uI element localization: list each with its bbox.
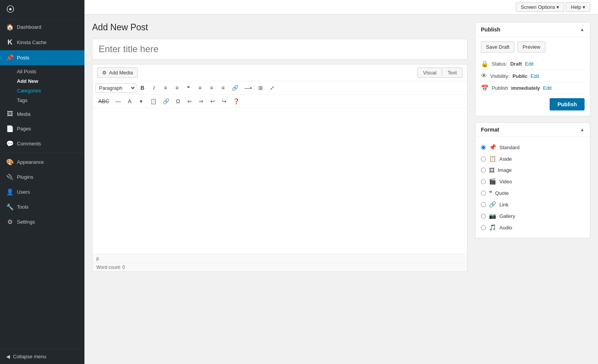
format-radio-aside[interactable] [481, 156, 486, 161]
settings-icon: ⚙ [6, 218, 14, 226]
status-edit-link[interactable]: Edit [525, 61, 534, 67]
publish-button[interactable]: Publish [550, 98, 585, 110]
undo-button[interactable]: ↩ [207, 96, 218, 106]
sidebar-item-posts[interactable]: 📌 Posts [0, 50, 84, 65]
quote-icon: ❝ [489, 189, 492, 196]
sidebar-item-categories[interactable]: Categories [14, 86, 84, 96]
format-radio-link[interactable] [481, 202, 486, 207]
sidebar-divider-1 [0, 153, 84, 153]
post-title-input[interactable] [92, 39, 467, 59]
unordered-list-button[interactable]: ≡ [160, 83, 171, 93]
sidebar-item-tags[interactable]: Tags [14, 96, 84, 105]
format-radio-standard[interactable] [481, 145, 486, 150]
sidebar-item-settings[interactable]: ⚙ Settings [0, 214, 84, 229]
dashboard-icon: 🏠 [6, 23, 14, 31]
format-item-link[interactable]: 🔗 Link [481, 199, 585, 210]
sidebar-item-users[interactable]: 👤 Users [0, 184, 84, 199]
help-label: Help [571, 4, 581, 10]
format-item-gallery[interactable]: 📷 Gallery [481, 210, 585, 222]
format-label-audio: Audio [499, 225, 512, 231]
sidebar-item-all-posts[interactable]: All Posts [14, 67, 84, 76]
special-char-button[interactable]: Ω [173, 96, 183, 106]
align-center-button[interactable]: ≡ [206, 83, 217, 93]
text-color-arrow-button[interactable]: ▾ [136, 96, 147, 106]
right-sidebar: Publish ▲ Save Draft Preview 🔒 Status: D… [475, 22, 590, 356]
sidebar-label-plugins: Plugins [17, 174, 33, 180]
sidebar-label-dashboard: Dashboard [17, 24, 41, 30]
toolbar-row-1: Paragraph Heading 1 Heading 2 Heading 3 … [93, 81, 467, 95]
paragraph-format-select[interactable]: Paragraph Heading 1 Heading 2 Heading 3 … [96, 83, 136, 93]
align-right-button[interactable]: ≡ [218, 83, 228, 93]
format-label-image: Image [498, 167, 512, 173]
more-tag-button[interactable]: —▪ [242, 83, 254, 93]
blockquote-button[interactable]: ❝ [183, 83, 194, 93]
format-radio-image[interactable] [481, 168, 486, 173]
toolbar-row-2: ABC — A ▾ 📋 🔗 Ω ⇐ ⇒ ↩ ↪ ❓ [93, 95, 467, 108]
visibility-icon: 👁 [481, 72, 487, 79]
save-draft-button[interactable]: Save Draft [481, 41, 514, 53]
ordered-list-button[interactable]: ≡ [172, 83, 182, 93]
sidebar-item-add-new[interactable]: Add New [14, 76, 84, 86]
sidebar-item-kinsta-cache[interactable]: K Kinsta Cache [0, 35, 84, 50]
visibility-edit-link[interactable]: Edit [530, 73, 539, 79]
sidebar-item-plugins[interactable]: 🔌 Plugins [0, 170, 84, 184]
italic-button[interactable]: I [149, 83, 159, 93]
format-radio-gallery[interactable] [481, 214, 486, 219]
wp-logo-icon: ⦿ [6, 5, 15, 15]
sidebar-item-media[interactable]: 🖼 Media [0, 107, 84, 121]
format-item-audio[interactable]: 🎵 Audio [481, 222, 585, 233]
image-icon: 🖼 [489, 167, 495, 173]
format-item-quote[interactable]: ❝ Quote [481, 187, 585, 199]
help-toolbar-button[interactable]: ❓ [230, 96, 242, 106]
text-tab[interactable]: Text [442, 68, 463, 78]
publish-meta-box: Publish ▲ Save Draft Preview 🔒 Status: D… [475, 22, 590, 116]
help-button[interactable]: Help ▾ [566, 2, 590, 12]
align-left-button[interactable]: ≡ [195, 83, 205, 93]
video-icon: 🎬 [489, 178, 496, 185]
format-meta-box: Format ▲ 📌 Standard 📋 Aside [475, 122, 590, 238]
collapse-label: Collapse menu [13, 354, 46, 359]
sidebar-item-tools[interactable]: 🔧 Tools [0, 199, 84, 214]
publish-collapse-arrow[interactable]: ▲ [580, 27, 585, 32]
format-item-image[interactable]: 🖼 Image [481, 165, 585, 176]
sidebar-item-appearance[interactable]: 🎨 Appearance [0, 155, 84, 170]
indent-button[interactable]: ⇒ [196, 96, 206, 106]
format-collapse-arrow[interactable]: ▲ [580, 127, 585, 132]
sidebar-item-dashboard[interactable]: 🏠 Dashboard [0, 20, 84, 35]
sidebar-item-comments[interactable]: 💬 Comments [0, 136, 84, 151]
text-color-button[interactable]: A [124, 96, 135, 106]
editor-top-bar: ⚙ Add Media Visual Text [93, 64, 467, 81]
visual-tab[interactable]: Visual [417, 68, 442, 78]
gallery-icon: 📷 [489, 212, 496, 219]
format-radio-audio[interactable] [481, 225, 486, 230]
editor-status-bar: p [93, 254, 467, 263]
preview-button[interactable]: Preview [517, 41, 545, 53]
strikethrough-button[interactable]: ABC [96, 96, 112, 106]
help-chevron-icon: ▾ [583, 4, 585, 10]
clear-formatting-button[interactable]: 🔗 [160, 96, 172, 106]
format-item-aside[interactable]: 📋 Aside [481, 153, 585, 165]
sidebar-label-pages: Pages [17, 126, 31, 132]
format-radio-video[interactable] [481, 179, 486, 184]
visibility-value: Public [512, 73, 527, 79]
redo-button[interactable]: ↪ [219, 96, 230, 106]
add-media-button[interactable]: ⚙ Add Media [97, 68, 138, 78]
outdent-button[interactable]: ⇐ [184, 96, 195, 106]
format-label-gallery: Gallery [499, 213, 515, 219]
add-media-icon: ⚙ [102, 70, 107, 76]
sidebar-label-comments: Comments [17, 141, 41, 147]
editor-content[interactable] [93, 108, 467, 254]
format-radio-quote[interactable] [481, 191, 486, 196]
fullscreen-button[interactable]: ⤢ [267, 83, 278, 93]
format-item-video[interactable]: 🎬 Video [481, 176, 585, 187]
bold-button[interactable]: B [137, 83, 148, 93]
horizontal-rule-button[interactable]: — [113, 96, 124, 106]
screen-options-button[interactable]: Screen Options ▾ [516, 2, 565, 12]
collapse-menu[interactable]: ◀ Collapse menu [0, 349, 84, 364]
paste-as-text-button[interactable]: 📋 [147, 96, 159, 106]
format-item-standard[interactable]: 📌 Standard [481, 142, 585, 153]
kitchen-sink-button[interactable]: ⊞ [255, 83, 266, 93]
link-button[interactable]: 🔗 [229, 83, 241, 93]
sidebar-item-pages[interactable]: 📄 Pages [0, 121, 84, 136]
publish-edit-link[interactable]: Edit [543, 85, 552, 91]
